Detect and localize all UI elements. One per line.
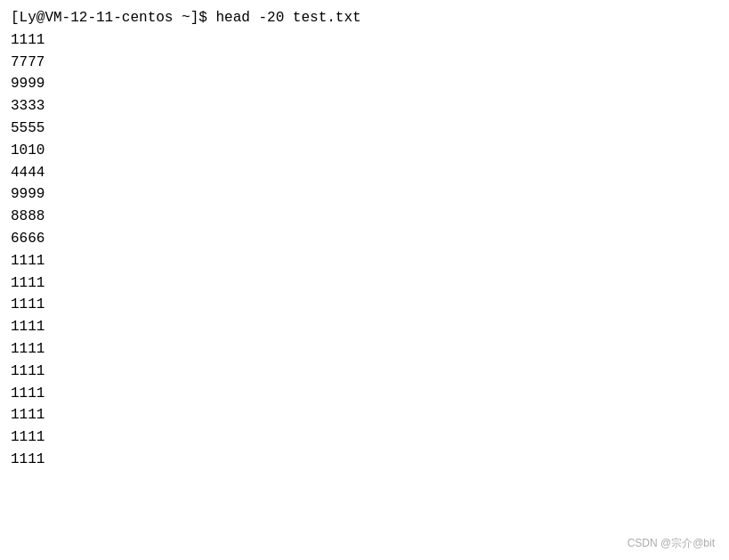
terminal-window: [Ly@VM-12-11-centos ~]$ head -20 test.tx…: [0, 0, 729, 560]
output-line: 1111: [11, 361, 718, 383]
output-line: 1111: [11, 426, 718, 449]
output-line: 1111: [11, 338, 718, 361]
output-line: 1111: [11, 29, 718, 52]
output-line: 9999: [11, 183, 718, 206]
output-line: 4444: [11, 162, 718, 184]
command-line: [Ly@VM-12-11-centos ~]$ head -20 test.tx…: [11, 7, 718, 29]
output-line: 1111: [11, 272, 718, 295]
output-line: 5555: [11, 118, 718, 140]
output-line: 7777: [11, 52, 718, 74]
watermark: CSDN @宗介@bit: [628, 536, 715, 551]
output-line: 8888: [11, 206, 718, 228]
output-line: 1111: [11, 449, 718, 471]
terminal-output: 1111777799993333555510104444999988886666…: [11, 29, 718, 471]
output-line: 9999: [11, 73, 718, 95]
output-line: 1010: [11, 140, 718, 162]
output-line: 1111: [11, 404, 718, 426]
output-line: 6666: [11, 228, 718, 250]
output-line: 1111: [11, 383, 718, 405]
output-line: 3333: [11, 95, 718, 118]
output-line: 1111: [11, 250, 718, 272]
output-line: 1111: [11, 316, 718, 338]
output-line: 1111: [11, 294, 718, 316]
